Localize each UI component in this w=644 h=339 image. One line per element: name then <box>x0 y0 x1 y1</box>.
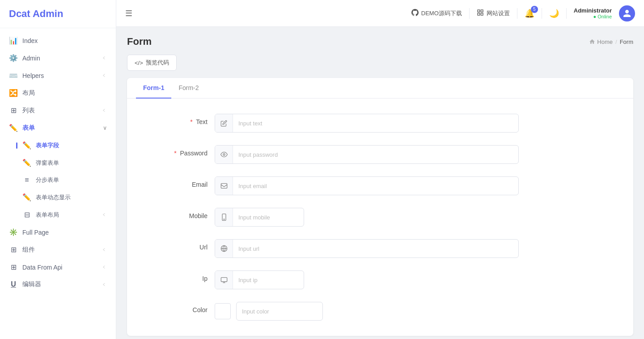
content-area: Form Home / Form </> 预览代码 Form-1 <box>116 27 644 339</box>
sidebar-item-form-fields[interactable]: ✏️ 表单字段 <box>0 137 116 154</box>
sidebar-item-label: 弹窗表单 <box>36 159 59 167</box>
breadcrumb-home-label: Home <box>597 39 613 45</box>
chevron-icon: ﹤ <box>102 246 107 253</box>
notification-bell[interactable]: 🔔 5 <box>525 9 534 18</box>
sidebar-item-dynamic-form[interactable]: ✏️ 表单动态显示 <box>0 189 116 206</box>
preview-code-button[interactable]: </> 预览代码 <box>127 55 177 71</box>
divider <box>566 8 567 19</box>
notification-count: 5 <box>531 6 538 13</box>
sidebar-item-label: 列表 <box>22 107 35 115</box>
form-fields-icon: ✏️ <box>22 141 31 150</box>
svg-rect-3 <box>478 13 480 15</box>
required-mark: * <box>190 118 192 125</box>
sidebar-item-label: 表单布局 <box>36 211 59 219</box>
site-settings-link[interactable]: 网站设置 <box>477 9 510 18</box>
code-icon: </> <box>135 60 143 66</box>
sidebar-item-label: Index <box>22 37 38 44</box>
label-email: Email <box>145 176 208 188</box>
tab-form-1[interactable]: Form-1 <box>136 78 171 99</box>
avatar-button[interactable] <box>619 5 635 21</box>
divider <box>517 8 517 19</box>
sidebar-item-list[interactable]: ⊞ 列表 ﹤ <box>0 102 116 119</box>
sidebar-item-label: 组件 <box>22 246 35 254</box>
form-row-ip: Ip <box>127 264 633 296</box>
url-input[interactable] <box>233 240 518 257</box>
menu-icon[interactable]: ☰ <box>125 9 132 18</box>
header: ☰ DEMO源码下载 网站设置 <box>116 0 644 27</box>
sidebar-nav: 📊 Index ⚙️ Admin ﹤ ⌨️ Helpers ﹤ 🔀 布局 ⊞ 列… <box>0 28 116 339</box>
dark-mode-toggle[interactable]: 🌙 <box>549 9 559 18</box>
color-input[interactable] <box>237 302 322 320</box>
mobile-input-wrapper <box>215 208 304 227</box>
color-field-wrapper <box>215 302 323 321</box>
sidebar-item-components[interactable]: ⊞ 组件 ﹤ <box>0 241 116 258</box>
sidebar-item-data-api[interactable]: ⊞ Data From Api ﹤ <box>0 258 116 276</box>
app-logo: Dcat Admin <box>0 0 116 28</box>
sidebar: Dcat Admin 📊 Index ⚙️ Admin ﹤ ⌨️ Helpers… <box>0 0 116 339</box>
sidebar-item-index[interactable]: 📊 Index <box>0 32 116 49</box>
mobile-icon <box>215 208 233 226</box>
label-text: * Text <box>145 114 208 125</box>
sidebar-item-step-form[interactable]: ≡ 分步表单 <box>0 172 116 189</box>
form-body: * Text <box>127 99 633 336</box>
sidebar-item-label: 分步表单 <box>36 176 59 184</box>
form-layout-icon: ⊟ <box>22 210 31 219</box>
components-icon: ⊞ <box>9 245 18 254</box>
modal-form-icon: ✏️ <box>22 159 31 167</box>
sidebar-item-modal-form[interactable]: ✏️ 弹窗表单 <box>0 154 116 172</box>
password-input[interactable] <box>233 146 518 163</box>
password-input-wrapper <box>215 145 519 164</box>
tab-form-2[interactable]: Form-2 <box>171 78 206 99</box>
text-input[interactable] <box>233 114 518 132</box>
page-header: Form Home / Form <box>127 36 633 47</box>
email-input-wrapper <box>215 176 519 195</box>
sidebar-item-layout[interactable]: 🔀 布局 <box>0 84 116 102</box>
github-icon <box>411 9 419 18</box>
edit-icon <box>215 114 233 132</box>
chevron-icon: ﹤ <box>102 72 107 79</box>
breadcrumb-separator: / <box>615 39 617 45</box>
demo-download-link[interactable]: DEMO源码下载 <box>411 9 462 18</box>
sidebar-item-label: 编辑器 <box>22 280 41 288</box>
form-card: Form-1 Form-2 * Text <box>127 78 633 336</box>
label-mobile: Mobile <box>145 208 208 219</box>
sidebar-item-helpers[interactable]: ⌨️ Helpers ﹤ <box>0 67 116 84</box>
sidebar-item-form[interactable]: ✏️ 表单 ∨ <box>0 119 116 137</box>
svg-point-7 <box>224 219 224 219</box>
eye-icon <box>215 146 233 163</box>
sidebar-item-label: 表单字段 <box>36 142 59 150</box>
sidebar-item-label: 布局 <box>22 89 35 97</box>
color-swatch[interactable] <box>215 303 231 319</box>
form-icon: ✏️ <box>9 124 18 132</box>
page-title: Form <box>127 36 152 47</box>
demo-download-label: DEMO源码下载 <box>421 9 462 17</box>
sidebar-item-admin[interactable]: ⚙️ Admin ﹤ <box>0 49 116 67</box>
helpers-icon: ⌨️ <box>9 71 18 80</box>
required-mark: * <box>174 150 176 157</box>
text-input-wrapper <box>215 114 519 133</box>
form-row-email: Email <box>127 170 633 202</box>
sidebar-item-label: Full Page <box>22 229 49 236</box>
main-wrapper: ☰ DEMO源码下载 网站设置 <box>116 0 644 339</box>
sidebar-item-editor[interactable]: U 编辑器 ﹤ <box>0 276 116 293</box>
breadcrumb-home-link[interactable]: Home <box>589 39 613 45</box>
mobile-input[interactable] <box>233 208 304 226</box>
svg-rect-9 <box>221 278 227 282</box>
label-url: Url <box>145 239 208 251</box>
index-icon: 📊 <box>9 36 18 45</box>
form-tabs: Form-1 Form-2 <box>127 78 633 99</box>
chevron-icon: ﹤ <box>102 263 107 271</box>
sidebar-item-full-page[interactable]: ✳️ Full Page <box>0 223 116 241</box>
chevron-icon: ﹤ <box>102 281 107 288</box>
form-row-mobile: Mobile <box>127 202 633 233</box>
ip-input[interactable] <box>233 271 304 289</box>
username: Administrator <box>574 7 612 14</box>
header-right: DEMO源码下载 网站设置 🔔 5 🌙 Administrator <box>411 5 635 21</box>
sidebar-item-form-layout[interactable]: ⊟ 表单布局 ﹤ <box>0 206 116 223</box>
svg-rect-1 <box>481 10 483 12</box>
email-input[interactable] <box>233 177 518 195</box>
divider <box>469 8 470 19</box>
sidebar-item-label: Helpers <box>22 72 44 79</box>
breadcrumb: Home / Form <box>589 39 633 45</box>
svg-rect-2 <box>481 13 483 15</box>
